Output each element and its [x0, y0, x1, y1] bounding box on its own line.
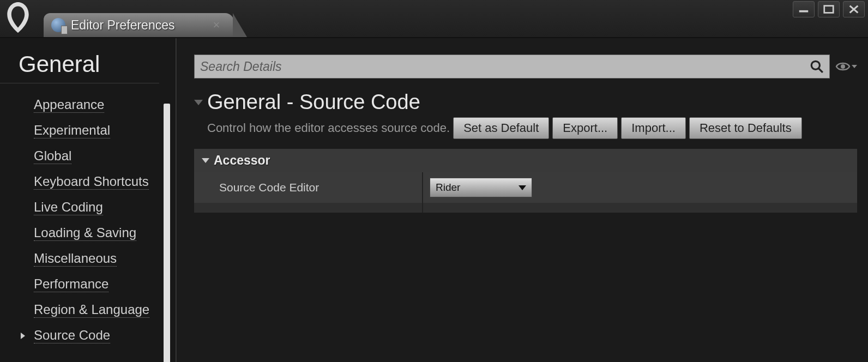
close-button[interactable] [843, 1, 865, 17]
import-button[interactable]: Import... [621, 117, 686, 139]
section-collapse-icon [202, 158, 209, 163]
titlebar: Editor Preferences × [0, 0, 868, 37]
tab-close-icon[interactable]: × [213, 18, 220, 32]
sidebar-item-loading-saving[interactable]: Loading & Saving [34, 220, 159, 246]
panel-title: General - Source Code [207, 90, 420, 114]
preferences-icon [51, 18, 65, 32]
svg-point-4 [841, 64, 845, 69]
sidebar-scrollbar[interactable] [164, 104, 170, 362]
sidebar-item-global[interactable]: Global [34, 143, 159, 169]
section-footer [194, 203, 857, 213]
section-accessor: Accessor Source Code Editor Rider [194, 149, 857, 213]
sidebar-item-appearance[interactable]: Appearance [34, 92, 159, 118]
source-code-editor-dropdown[interactable]: Rider [430, 178, 532, 197]
svg-point-2 [811, 61, 819, 69]
sidebar-item-performance[interactable]: Performance [34, 272, 159, 297]
sidebar-item-keyboard-shortcuts[interactable]: Keyboard Shortcuts [34, 169, 159, 195]
sidebar-item-miscellaneous[interactable]: Miscellaneous [34, 246, 159, 272]
dropdown-value: Rider [436, 182, 460, 194]
section-title: Accessor [214, 153, 270, 168]
scrollbar-thumb[interactable] [164, 104, 170, 362]
window-controls [793, 1, 865, 17]
search-input[interactable] [200, 59, 810, 74]
unreal-logo-icon [4, 1, 32, 34]
search-icon [810, 59, 824, 74]
sidebar-item-experimental[interactable]: Experimental [34, 118, 159, 143]
svg-rect-1 [824, 6, 834, 13]
sidebar-item-live-coding[interactable]: Live Coding [34, 195, 159, 220]
set-as-default-button[interactable]: Set as Default [453, 117, 549, 139]
sidebar-item-source-code[interactable]: Source Code [34, 323, 159, 348]
tab-editor-preferences[interactable]: Editor Preferences × [44, 13, 234, 37]
chevron-down-icon [519, 185, 526, 190]
maximize-button[interactable] [818, 1, 840, 17]
sidebar-category-title: General [0, 49, 159, 83]
section-header[interactable]: Accessor [194, 149, 857, 172]
sidebar-nav-list: Appearance Experimental Global Keyboard … [0, 92, 159, 348]
sidebar-item-region-language[interactable]: Region & Language [34, 297, 159, 323]
search-box[interactable] [194, 55, 830, 79]
svg-rect-0 [799, 10, 809, 13]
active-indicator-icon [21, 333, 25, 339]
property-row-source-code-editor: Source Code Editor Rider [194, 172, 857, 203]
reset-to-defaults-button[interactable]: Reset to Defaults [689, 117, 802, 139]
tab-title: Editor Preferences [71, 18, 174, 33]
minimize-button[interactable] [793, 1, 815, 17]
main-panel: General - Source Code Control how the ed… [178, 38, 868, 362]
view-options-dropdown[interactable] [835, 58, 857, 75]
chevron-down-icon [852, 65, 857, 68]
export-button[interactable]: Export... [552, 117, 618, 139]
sidebar: General Appearance Experimental Global K… [0, 38, 174, 362]
collapse-icon[interactable] [194, 100, 203, 105]
svg-line-3 [818, 68, 823, 73]
panel-description: Control how the editor accesses source c… [207, 121, 450, 135]
property-label: Source Code Editor [194, 172, 423, 203]
